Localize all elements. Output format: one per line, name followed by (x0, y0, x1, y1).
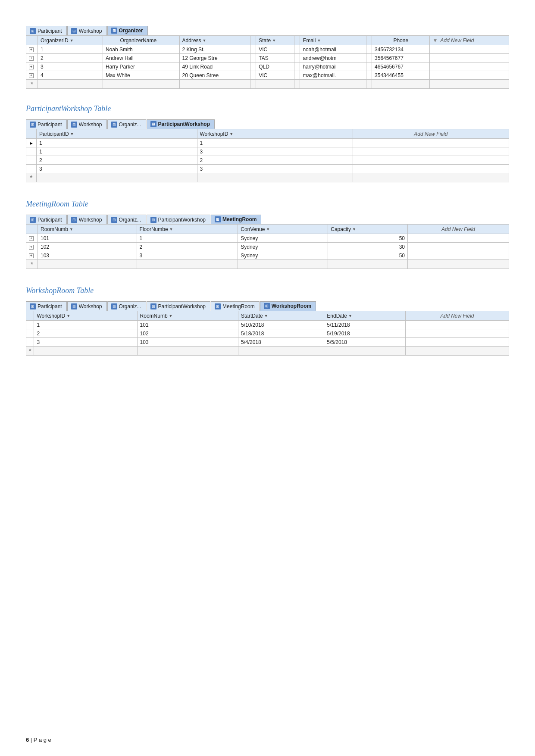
col-workshop-id[interactable]: WorkshopID ▼ (197, 129, 353, 139)
col-wr-room-number[interactable]: RoomNumb ▼ (137, 311, 238, 321)
mr-room-1: 101 (38, 234, 137, 243)
mr-venue-2: Sydney (238, 243, 328, 251)
wr-tab-participant[interactable]: ⊞ Participant (26, 301, 67, 311)
wr-tab-pw[interactable]: ⊞ ParticipantWorkshop (147, 301, 211, 311)
mr-table: RoomNumb ▼ FloorNumbe ▼ ConVenue ▼ Capac… (26, 224, 509, 269)
tab-workshop-label: Workshop (79, 28, 102, 34)
col-organizer-id[interactable]: OrganizerID ▼ (38, 36, 103, 45)
pw-table: ParticipantID ▼ WorkshopID ▼ Add New Fie… (26, 129, 509, 182)
mr-tab-pw[interactable]: ⊞ ParticipantWorkshop (147, 215, 211, 224)
org-address-1: 2 King St. (179, 45, 250, 54)
wr-room-1: 101 (137, 321, 238, 329)
wr-tab-organiz[interactable]: ⊞ Organiz... (107, 301, 146, 311)
mr-tab-organiz[interactable]: ⊞ Organiz... (107, 215, 146, 224)
organizer-row-1: + 1 Noah Smith 2 King St. VIC noah@hotma… (26, 45, 509, 54)
org-email-2: andrew@hotm (300, 54, 366, 62)
wr-tab-participant-label: Participant (38, 303, 62, 309)
org-state-1: VIC (256, 45, 294, 54)
col-wr-end-date[interactable]: EndDate ▼ (324, 311, 406, 321)
mr-expand-1[interactable]: + (29, 236, 34, 241)
mr-venue-1: Sydney (238, 234, 328, 243)
pw-tab-organiz[interactable]: ⊞ Organiz... (107, 119, 146, 129)
mr-expand-2[interactable]: + (29, 245, 34, 250)
mr-selector-1[interactable]: + (26, 234, 38, 243)
col-add-new-field-org[interactable]: ▼ Add New Field (430, 36, 509, 45)
pw-tab-pw[interactable]: ⊞ ParticipantWorkshop (147, 119, 215, 129)
mr-selector-2[interactable]: + (26, 243, 38, 251)
tab-organizer[interactable]: ⊞ Organizer (107, 26, 148, 35)
mr-table-container: ⊞ Participant ⊞ Workshop ⊞ Organiz... ⊞ … (26, 215, 509, 269)
organizer-row-selector-header (26, 36, 38, 45)
expand-btn-4[interactable]: + (29, 73, 34, 78)
expand-btn-3[interactable]: + (29, 65, 34, 69)
row-selector-1[interactable]: + (26, 45, 38, 54)
col-wr-workshop-id[interactable]: WorkshopID ▼ (34, 311, 137, 321)
col-room-number[interactable]: RoomNumb ▼ (38, 225, 137, 234)
page-label: | P a g e (31, 737, 51, 743)
wr-section: WorkshopRoom Table ⊞ Participant ⊞ Works… (26, 286, 509, 356)
col-add-new-field-wr[interactable]: Add New Field (406, 311, 509, 321)
col-organizer-name[interactable]: OrganizerName (103, 36, 174, 45)
pw-row-3: 2 2 (26, 156, 509, 165)
tab-workshop[interactable]: ⊞ Workshop (67, 26, 107, 35)
mr-venue-3: Sydney (238, 251, 328, 260)
wr-table: WorkshopID ▼ RoomNumb ▼ StartDate ▼ EndD… (26, 311, 509, 356)
col-state[interactable]: State ▼ (256, 36, 294, 45)
mr-tab-mr[interactable]: ⊞ MeetingRoom (211, 215, 261, 224)
col-add-new-field-pw[interactable]: Add New Field (353, 129, 509, 139)
expand-btn-2[interactable]: + (29, 56, 34, 61)
org-email-4: max@hotmail. (300, 71, 366, 80)
mr-capacity-2: 30 (328, 243, 408, 251)
wr-section-title: WorkshopRoom Table (26, 286, 509, 295)
col-participant-id[interactable]: ParticipantID ▼ (36, 129, 197, 139)
col-address[interactable]: Address ▼ (179, 36, 250, 45)
pw-tab-workshop[interactable]: ⊞ Workshop (67, 119, 107, 129)
tab-organizer-label: Organizer (119, 28, 143, 34)
wr-tab-mr[interactable]: ⊞ MeetingRoom (211, 301, 260, 311)
mr-expand-3[interactable]: + (29, 253, 34, 258)
sort-arrow-wr-start: ▼ (264, 314, 268, 318)
mr-section-title: MeetingRoom Table (26, 200, 509, 209)
pw-pid-2: 1 (36, 147, 197, 156)
pw-selector-1[interactable]: ► (26, 139, 37, 147)
wr-tab-workshop[interactable]: ⊞ Workshop (67, 301, 107, 311)
org-phone-1: 3456732134 (372, 45, 430, 54)
sort-arrow-email: ▼ (317, 38, 321, 43)
organizer-row-2: + 2 Andrew Hall 12 George Stre TAS andre… (26, 54, 509, 62)
pw-tab-participant[interactable]: ⊞ Participant (26, 119, 67, 129)
mr-row-2: + 102 2 Sydney 30 (26, 243, 509, 251)
col-phone[interactable]: Phone (372, 36, 430, 45)
col-address-sep (174, 36, 179, 45)
row-selector-2[interactable]: + (26, 54, 38, 62)
org-id-2: 2 (38, 54, 103, 62)
mr-section: MeetingRoom Table ⊞ Participant ⊞ Worksh… (26, 200, 509, 269)
col-email[interactable]: Email ▼ (300, 36, 366, 45)
col-wr-start-date[interactable]: StartDate ▼ (238, 311, 324, 321)
mr-tab-participant-label: Participant (38, 217, 62, 223)
org-address-2: 12 George Stre (179, 54, 250, 62)
pw-wid-2: 3 (197, 147, 353, 156)
mr-tab-participant[interactable]: ⊞ Participant (26, 215, 67, 224)
col-capacity[interactable]: Capacity ▼ (328, 225, 408, 234)
pw-tab-pw-icon: ⊞ (150, 121, 156, 127)
mr-tab-workshop[interactable]: ⊞ Workshop (67, 215, 107, 224)
col-convenue[interactable]: ConVenue ▼ (238, 225, 328, 234)
col-floor-number[interactable]: FloorNumbe ▼ (137, 225, 238, 234)
wr-tab-wr-label: WorkshopRoom (272, 303, 311, 309)
pw-pid-1: 1 (36, 139, 197, 147)
mr-row-selector-header (26, 225, 38, 234)
wr-end-3: 5/5/2018 (324, 338, 406, 347)
tab-participant[interactable]: ⊞ Participant (26, 26, 67, 35)
col-add-new-field-mr[interactable]: Add New Field (408, 225, 509, 234)
wr-tab-wr[interactable]: ⊞ WorkshopRoom (260, 301, 316, 311)
mr-selector-3[interactable]: + (26, 251, 38, 260)
mr-tab-organiz-label: Organiz... (119, 217, 141, 223)
wr-wid-3: 3 (34, 338, 137, 347)
row-selector-3[interactable]: + (26, 62, 38, 71)
row-selector-4[interactable]: + (26, 71, 38, 80)
expand-btn-1[interactable]: + (29, 47, 34, 52)
sort-arrow-wid: ▼ (229, 132, 233, 136)
wr-new-row: * (26, 347, 509, 356)
org-state-2: TAS (256, 54, 294, 62)
col-state-sep (294, 36, 300, 45)
